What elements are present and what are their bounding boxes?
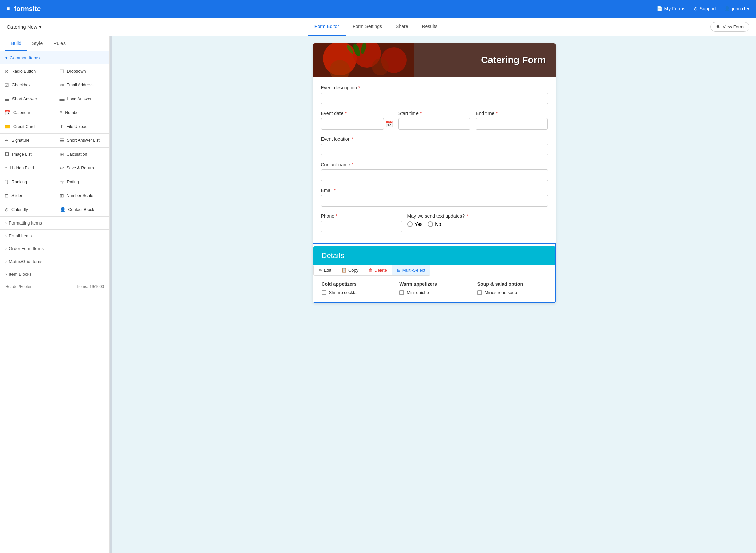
item-short-answer[interactable]: ▬ Short Answer (0, 92, 55, 106)
radio-icon: ⊙ (5, 69, 9, 74)
tab-rules[interactable]: Rules (48, 36, 71, 51)
item-checkbox[interactable]: ☑ Checkbox (0, 78, 55, 92)
image-list-icon: 🖼 (5, 152, 9, 157)
dropdown-icon: ▾ (39, 24, 42, 30)
item-rating[interactable]: ☆ Rating (55, 175, 110, 189)
item-hidden-field[interactable]: ○ Hidden Field (0, 161, 55, 175)
item-number-scale[interactable]: ⊞ Number Scale (55, 189, 110, 203)
item-calculation[interactable]: ⊞ Calculation (55, 148, 110, 161)
resize-handle[interactable]: ⋮ (110, 36, 112, 553)
radio-yes-circle (407, 221, 413, 227)
multi-select-button[interactable]: ⊞ Multi-Select (392, 265, 430, 275)
common-items-header[interactable]: ▾ Common Items (0, 51, 109, 64)
edit-button[interactable]: ✏ Edit (314, 265, 336, 275)
signature-icon: ✒ (5, 138, 9, 143)
form-card: Catering Form Event description * Event … (313, 43, 556, 303)
chevron-down-icon: ▾ (747, 6, 749, 11)
email-items-section[interactable]: › Email Items (0, 229, 109, 242)
tab-build[interactable]: Build (5, 36, 27, 51)
sms-yes-option[interactable]: Yes (407, 221, 423, 227)
user-menu[interactable]: 👤 john.d ▾ (724, 6, 749, 11)
calendar-picker-icon[interactable]: 📅 (385, 120, 393, 128)
checkbox-shrimp-square (322, 290, 326, 295)
email-group: Email * (321, 188, 548, 207)
details-bottom: Cold appetizers Shrimp cocktail Warm app… (313, 276, 555, 302)
save-return-icon: ↩ (60, 165, 64, 171)
tab-form-editor[interactable]: Form Editor (308, 18, 346, 36)
email-label: Email * (321, 188, 548, 193)
event-date-label: Event date * (321, 111, 393, 116)
item-signature[interactable]: ✒ Signature (0, 134, 55, 147)
checkbox-quiche[interactable]: Mini quiche (399, 290, 469, 295)
start-time-input[interactable] (398, 118, 470, 130)
contact-name-input[interactable] (321, 169, 548, 181)
form-header-image: Catering Form (313, 43, 556, 77)
item-number[interactable]: # Number (55, 106, 110, 120)
calendly-icon: ⊙ (5, 207, 9, 212)
item-blocks-section[interactable]: › Item Blocks (0, 268, 109, 281)
item-image-list[interactable]: 🖼 Image List (0, 148, 55, 161)
document-icon: 📄 (657, 6, 662, 11)
copy-icon: 📋 (341, 268, 347, 273)
required-star: * (496, 111, 497, 116)
tab-results[interactable]: Results (415, 18, 444, 36)
checkbox-shrimp[interactable]: Shrimp cocktail (322, 290, 392, 295)
ranking-icon: ⇅ (5, 179, 9, 185)
date-time-row: Event date * 📅 Start time * (321, 111, 548, 136)
build-tabs: Build Style Rules (0, 36, 109, 51)
long-answer-icon: ▬ (60, 96, 65, 102)
item-short-answer-list[interactable]: ☰ Short Answer List (55, 134, 110, 147)
support-link[interactable]: ⊙ Support (694, 6, 716, 11)
checkbox-minestrone[interactable]: Minestrone soup (477, 290, 547, 295)
item-calendar[interactable]: 📅 Calendar (0, 106, 55, 120)
calculation-icon: ⊞ (60, 152, 64, 157)
event-description-group: Event description * (321, 85, 548, 104)
item-credit-card[interactable]: 💳 Credit Card (0, 120, 55, 133)
tab-form-settings[interactable]: Form Settings (346, 18, 389, 36)
contact-name-group: Contact name * (321, 162, 548, 181)
item-dropdown[interactable]: ☐ Dropdown (55, 64, 110, 78)
dropdown-icon: ☐ (60, 69, 64, 74)
my-forms-link[interactable]: 📄 My Forms (657, 6, 685, 11)
event-location-label: Event location * (321, 136, 548, 142)
event-description-input[interactable] (321, 93, 548, 104)
soup-salad-col: Soup & salad option Minestrone soup (477, 281, 547, 297)
item-email-address[interactable]: ✉ Email Address (55, 78, 110, 92)
event-date-input[interactable] (321, 118, 384, 130)
end-time-group: End time * (476, 111, 548, 130)
item-radio-button[interactable]: ⊙ Radio Button (0, 64, 55, 78)
view-form-button[interactable]: 👁 View Form (710, 22, 749, 32)
short-answer-icon: ▬ (5, 96, 9, 102)
formatting-items-section[interactable]: › Formatting Items (0, 216, 109, 229)
item-slider[interactable]: ⊟ Slider (0, 189, 55, 203)
matrix-grid-items-section[interactable]: › Matrix/Grid Items (0, 255, 109, 268)
required-star: * (334, 188, 336, 193)
start-time-label: Start time * (398, 111, 470, 116)
event-location-input[interactable] (321, 144, 548, 155)
order-form-items-section[interactable]: › Order Form Items (0, 242, 109, 255)
item-save-return[interactable]: ↩ Save & Return (55, 161, 110, 175)
tab-share[interactable]: Share (389, 18, 415, 36)
item-calendly[interactable]: ⊙ Calendly (0, 203, 55, 216)
end-time-input[interactable] (476, 118, 548, 130)
item-long-answer[interactable]: ▬ Long Answer (55, 92, 110, 106)
item-ranking[interactable]: ⇅ Ranking (0, 175, 55, 189)
hamburger-icon[interactable]: ≡ (7, 6, 10, 12)
delete-button[interactable]: 🗑 Delete (363, 265, 392, 275)
credit-card-icon: 💳 (5, 124, 10, 129)
item-file-upload[interactable]: ⬆ File Upload (55, 120, 110, 133)
form-header-title: Catering Form (481, 55, 546, 65)
details-section-header: Details (313, 246, 555, 265)
sms-no-option[interactable]: No (428, 221, 441, 227)
item-contact-block[interactable]: 👤 Contact Block (55, 203, 110, 216)
chevron-right-icon: › (5, 272, 7, 277)
trash-icon: 🗑 (368, 268, 373, 273)
required-star: * (358, 85, 360, 90)
calendar-icon: 📅 (5, 110, 10, 115)
tab-style[interactable]: Style (27, 36, 48, 51)
user-icon: 👤 (724, 6, 730, 11)
phone-input[interactable] (321, 221, 402, 232)
form-title-button[interactable]: Catering New ▾ (7, 24, 42, 30)
copy-button[interactable]: 📋 Copy (336, 265, 363, 275)
email-input[interactable] (321, 195, 548, 207)
